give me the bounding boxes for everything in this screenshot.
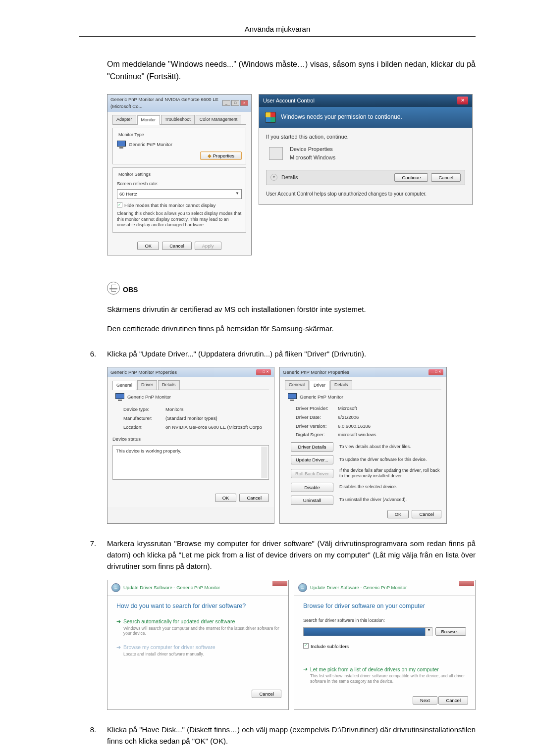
intro-paragraph: Om meddelande "Windows needs..." (Window… bbox=[107, 58, 476, 83]
tab-details[interactable]: Details bbox=[158, 380, 180, 390]
disable-button[interactable]: Disable bbox=[291, 483, 333, 492]
chevron-down-icon: ▼ bbox=[425, 628, 432, 636]
field-key: Driver Provider: bbox=[296, 405, 338, 412]
close-icon[interactable]: × bbox=[240, 100, 248, 106]
ok-button[interactable]: OK bbox=[137, 242, 159, 250]
back-icon[interactable]: ← bbox=[111, 583, 120, 592]
shield-icon bbox=[265, 112, 276, 123]
tab-general[interactable]: General bbox=[112, 381, 136, 390]
tab-adapter[interactable]: Adapter bbox=[112, 115, 136, 124]
tab-details[interactable]: Details bbox=[330, 380, 352, 390]
device-status-label: Device status bbox=[112, 436, 269, 443]
back-icon[interactable]: ← bbox=[298, 583, 307, 592]
option-description: This list will show installed driver sof… bbox=[310, 673, 466, 684]
hide-modes-checkbox[interactable]: ✓Hide modes that this monitor cannot dis… bbox=[117, 202, 215, 209]
properties-button[interactable]: ◆Properties bbox=[200, 151, 242, 160]
cancel-button[interactable]: Cancel bbox=[239, 494, 269, 502]
tab-strip: Adapter Monitor Troubleshoot Color Manag… bbox=[112, 115, 246, 125]
program-icon bbox=[269, 147, 283, 160]
field-value: Microsoft bbox=[338, 405, 357, 412]
refresh-rate-select[interactable]: 60 Hertz▼ bbox=[117, 189, 242, 200]
option-let-me-pick[interactable]: ➔Let me pick from a list of device drive… bbox=[303, 665, 466, 684]
tab-color-management[interactable]: Color Management bbox=[196, 115, 242, 124]
hide-modes-description: Clearing this check box allows you to se… bbox=[117, 211, 242, 228]
uninstall-button[interactable]: Uninstall bbox=[291, 496, 333, 505]
close-icon[interactable] bbox=[272, 581, 287, 586]
page-header: Använda mjukvaran bbox=[79, 25, 476, 37]
uac-dialog: User Account Control ✕ Windows needs you… bbox=[259, 94, 473, 205]
note-label: OBS bbox=[123, 285, 138, 296]
roll-back-driver-button[interactable]: Roll Back Driver bbox=[291, 469, 333, 478]
field-value: 6/21/2006 bbox=[338, 414, 359, 421]
ok-button[interactable]: OK bbox=[215, 494, 237, 502]
button-description: If the device fails after updating the d… bbox=[339, 468, 441, 479]
tab-general[interactable]: General bbox=[285, 380, 309, 390]
include-subfolders-checkbox[interactable]: ✓Include subfolders bbox=[303, 643, 349, 651]
tab-driver[interactable]: Driver bbox=[310, 381, 329, 390]
uac-titlebar: User Account Control ✕ bbox=[259, 95, 472, 107]
tab-troubleshoot[interactable]: Troubleshoot bbox=[161, 115, 195, 124]
scrollbar[interactable] bbox=[262, 447, 268, 478]
step-6: 6. Klicka på "Update Driver..." (Uppdate… bbox=[79, 348, 476, 359]
button-description: To update the driver software for this d… bbox=[339, 457, 441, 462]
wizard-headline: How do you want to search for driver sof… bbox=[116, 602, 279, 611]
tab-driver[interactable]: Driver bbox=[137, 380, 157, 390]
field-key: Driver Version: bbox=[296, 423, 338, 430]
option-description: Locate and install driver software manua… bbox=[123, 652, 279, 657]
continue-button[interactable]: Continue bbox=[394, 173, 428, 182]
button-description: To uninstall the driver (Advanced). bbox=[339, 497, 441, 503]
step-text: Klicka på "Have Disk..." (Diskett finns…… bbox=[107, 724, 476, 747]
wizard-search-dialog: ← Update Driver Software - Generic PnP M… bbox=[107, 580, 289, 709]
uac-started-text: If you started this action, continue. bbox=[266, 133, 465, 141]
dialog-titlebar: Generic PnP Monitor Properties — □ ✕ bbox=[107, 367, 274, 378]
close-icon[interactable]: — □ ✕ bbox=[428, 369, 443, 375]
field-key: Driver Date: bbox=[296, 414, 338, 421]
button-description: To view details about the driver files. bbox=[339, 444, 441, 450]
monitor-type-label: Monitor Type bbox=[117, 132, 146, 139]
breadcrumb: Update Driver Software - Generic PnP Mon… bbox=[310, 584, 407, 592]
uac-headline: Windows needs your permission to contion… bbox=[281, 112, 402, 122]
maximize-icon[interactable]: □ bbox=[231, 100, 239, 106]
content: Om meddelande "Windows needs..." (Window… bbox=[79, 58, 476, 747]
device-status-box: This device is working properly. bbox=[112, 445, 269, 480]
details-link[interactable]: Details bbox=[281, 173, 298, 182]
location-combobox[interactable]: ▼ bbox=[303, 627, 432, 636]
field-key: Location: bbox=[123, 424, 165, 431]
option-browse-computer[interactable]: ➔Browse my computer for driver software … bbox=[116, 643, 279, 657]
field-value: on NVIDIA GeForce 6600 LE (Microsoft Cor… bbox=[165, 424, 262, 431]
driver-details-button[interactable]: Driver Details bbox=[291, 442, 333, 452]
dialog-title: Generic PnP Monitor and NVIDIA GeForce 6… bbox=[110, 96, 222, 110]
uac-headline-band: Windows needs your permission to contion… bbox=[259, 107, 472, 128]
minimize-icon[interactable]: _ bbox=[222, 100, 230, 106]
monitor-icon bbox=[115, 393, 124, 401]
field-value: 6.0.6000.16386 bbox=[338, 423, 371, 430]
uac-footnote: User Account Control helps stop unauthor… bbox=[266, 190, 465, 198]
close-icon[interactable]: — □ ✕ bbox=[256, 369, 271, 375]
update-driver-button[interactable]: Update Driver... bbox=[291, 455, 333, 464]
cancel-button[interactable]: Cancel bbox=[252, 690, 281, 698]
monitor-settings-label: Monitor Settings bbox=[117, 171, 152, 178]
document-page: Använda mjukvaran Om meddelande "Windows… bbox=[0, 0, 535, 756]
dialog-titlebar: Generic PnP Monitor Properties — □ ✕ bbox=[280, 367, 446, 378]
device-name: Generic PnP Monitor bbox=[127, 394, 171, 401]
apply-button[interactable]: Apply bbox=[195, 242, 221, 250]
arrow-icon: ➔ bbox=[303, 665, 308, 673]
next-button[interactable]: Next bbox=[413, 696, 437, 705]
close-icon[interactable]: ✕ bbox=[457, 97, 468, 104]
cancel-button[interactable]: Cancel bbox=[162, 242, 192, 250]
tab-monitor[interactable]: Monitor bbox=[137, 115, 160, 125]
ok-button[interactable]: OK bbox=[387, 510, 409, 518]
dialog-title: Generic PnP Monitor Properties bbox=[283, 369, 349, 376]
properties-driver-dialog: Generic PnP Monitor Properties — □ ✕ Gen… bbox=[279, 367, 447, 524]
cancel-button[interactable]: Cancel bbox=[412, 510, 441, 518]
cancel-button[interactable]: Cancel bbox=[438, 696, 468, 705]
option-search-auto[interactable]: ➔Search automatically for updated driver… bbox=[116, 617, 279, 636]
browse-button[interactable]: Browse... bbox=[435, 627, 466, 636]
screenshot-row-2: Generic PnP Monitor Properties — □ ✕ Gen… bbox=[107, 367, 476, 524]
note-line-2: Den certifierade drivrutinen finns på he… bbox=[107, 323, 476, 334]
wizard-headline: Browse for driver software on your compu… bbox=[303, 602, 466, 611]
cancel-button[interactable]: Cancel bbox=[431, 173, 461, 182]
chevron-down-icon[interactable]: ▾ bbox=[270, 174, 277, 181]
monitor-properties-dialog: Generic PnP Monitor and NVIDIA GeForce 6… bbox=[107, 94, 252, 255]
close-icon[interactable] bbox=[459, 581, 474, 586]
